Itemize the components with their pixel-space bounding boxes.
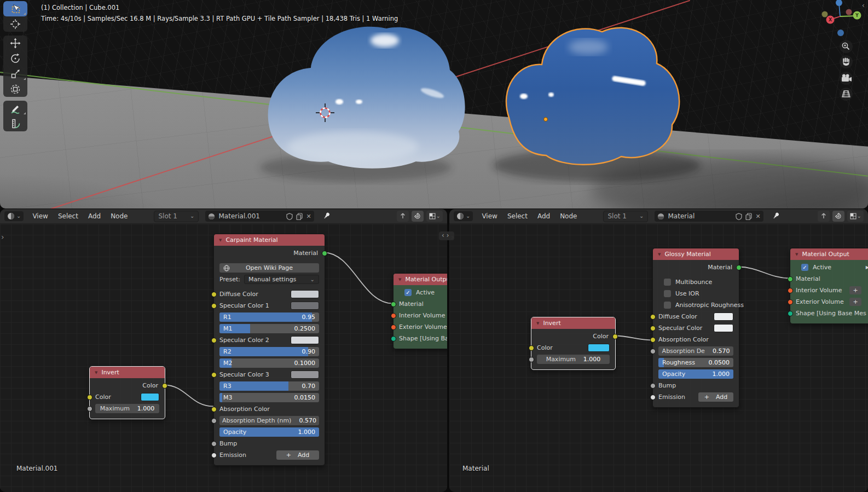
gizmo-axis-neg[interactable]	[846, 9, 852, 15]
input-socket[interactable]	[211, 372, 217, 378]
menu-node[interactable]: Node	[555, 211, 581, 221]
slot-select[interactable]: Slot 1⌄	[154, 211, 199, 222]
m1-slider[interactable]: M10.2500	[219, 324, 319, 333]
input-socket[interactable]	[211, 338, 217, 343]
node-glossy-material[interactable]: ▼ Glossy Material Material Multibounce U…	[652, 248, 739, 408]
r3-slider[interactable]: R30.70	[219, 381, 319, 391]
snapping-magnet-icon[interactable]	[412, 211, 424, 222]
add-emission-button[interactable]: +Add	[276, 450, 319, 460]
input-socket[interactable]	[650, 314, 656, 320]
node-header[interactable]: ▼ Material Output	[790, 248, 868, 260]
m2-slider[interactable]: M20.1000	[219, 358, 319, 368]
maximum-field[interactable]: Maximum1.000	[95, 404, 159, 413]
menu-select[interactable]: Select	[503, 211, 532, 221]
maximum-field[interactable]: Maximum1.000	[537, 355, 610, 364]
color-swatch[interactable]	[291, 302, 319, 310]
unlink-material-icon[interactable]: ✕	[306, 213, 311, 220]
insert-keyframe-button[interactable]	[397, 211, 409, 222]
input-socket-material[interactable]	[788, 276, 793, 282]
add-exterior-volume-button[interactable]: +	[849, 298, 861, 306]
input-socket[interactable]	[211, 303, 217, 309]
menu-node[interactable]: Node	[106, 211, 132, 221]
input-socket-bump[interactable]	[211, 441, 217, 447]
tool-transform[interactable]	[3, 82, 27, 97]
color-swatch[interactable]	[141, 393, 159, 401]
node-header[interactable]: ▼ Invert	[531, 317, 615, 329]
area-split-handle[interactable]: ‹›	[439, 231, 454, 240]
roughness-slider[interactable]: Roughness0.0500	[658, 358, 733, 367]
absorption-depth-field[interactable]: Absorption De0.570	[658, 346, 733, 356]
material-selector[interactable]: Material ✕	[655, 211, 763, 222]
multibounce-checkbox[interactable]	[664, 279, 671, 286]
snap-target-button[interactable]: ⌄	[426, 211, 443, 222]
output-socket-color[interactable]	[612, 334, 618, 339]
gizmo-z-axis[interactable]	[836, 0, 842, 6]
node-header[interactable]: ▼ Carpaint Material	[214, 234, 325, 246]
input-socket-interior-volume[interactable]	[788, 288, 793, 293]
snap-target-button[interactable]: ⌄	[847, 211, 864, 222]
material-selector[interactable]: Material.001 ✕	[205, 211, 314, 222]
output-socket-material[interactable]	[322, 251, 327, 256]
navigation-gizmo[interactable]: X Y	[814, 0, 868, 109]
node-header[interactable]: ▼ Glossy Material	[653, 248, 739, 260]
fake-user-shield-icon[interactable]	[736, 213, 742, 220]
tool-annotate[interactable]	[3, 101, 27, 116]
editor-type-button[interactable]: ⌄	[4, 211, 24, 221]
output-socket-material[interactable]	[736, 265, 742, 270]
gizmo-axis-neg[interactable]	[822, 11, 828, 18]
sidebar-collapse-arrow[interactable]: ‹	[862, 1, 865, 9]
color-swatch[interactable]	[291, 290, 319, 298]
r1-slider[interactable]: R10.95	[219, 312, 319, 322]
insert-keyframe-button[interactable]	[818, 211, 830, 222]
input-socket[interactable]	[650, 349, 656, 354]
input-socket-absorption-color[interactable]	[211, 407, 217, 412]
node-header[interactable]: ▼ Invert	[90, 367, 165, 378]
snapping-magnet-icon[interactable]	[832, 211, 844, 222]
pin-icon[interactable]	[772, 212, 780, 221]
input-socket-maximum[interactable]	[87, 406, 92, 412]
input-socket-maximum[interactable]	[529, 357, 534, 362]
color-swatch[interactable]	[588, 344, 610, 352]
input-socket-bump[interactable]	[650, 383, 656, 389]
use-ior-checkbox[interactable]	[664, 290, 671, 297]
m3-slider[interactable]: M30.0150	[219, 393, 319, 402]
color-swatch[interactable]	[291, 371, 319, 379]
opacity-slider[interactable]: Opacity1.000	[658, 369, 733, 379]
perspective-toggle-button[interactable]	[840, 88, 853, 101]
tool-select-box[interactable]	[3, 1, 27, 16]
input-socket-color[interactable]	[529, 345, 534, 351]
camera-view-button[interactable]	[840, 72, 853, 85]
color-swatch[interactable]	[714, 312, 733, 321]
material-name-field[interactable]: Material.001	[218, 212, 283, 220]
opacity-slider[interactable]: Opacity1.000	[219, 427, 319, 437]
color-swatch[interactable]	[714, 324, 733, 332]
tool-cursor[interactable]	[3, 16, 27, 32]
menu-add[interactable]: Add	[533, 211, 554, 221]
preset-select[interactable]: Manual settings⌄	[244, 275, 319, 284]
metaball-object-right-selected[interactable]	[506, 28, 679, 165]
color-swatch[interactable]	[291, 336, 319, 344]
menu-view[interactable]: View	[28, 211, 52, 221]
node-material-output[interactable]: ▼ Material Outpu ✓ Active Material Inter…	[393, 273, 447, 349]
gizmo-x-axis[interactable]: X	[826, 16, 835, 24]
expand-arrow-icon[interactable]: ▶	[866, 265, 868, 270]
node-canvas-left[interactable]: › ▼ Invert Color Color	[0, 224, 447, 492]
pin-icon[interactable]	[323, 212, 331, 221]
input-socket-emission[interactable]	[211, 453, 217, 458]
menu-add[interactable]: Add	[84, 211, 105, 221]
tool-measure[interactable]	[3, 116, 27, 131]
metaball-object-left[interactable]	[268, 27, 465, 169]
unlink-material-icon[interactable]: ✕	[755, 213, 760, 220]
input-socket[interactable]	[211, 292, 217, 297]
zoom-view-button[interactable]	[840, 40, 853, 53]
r2-slider[interactable]: R20.90	[219, 347, 319, 356]
active-checkbox[interactable]: ✓	[801, 264, 808, 271]
input-socket-shape[interactable]	[391, 336, 396, 341]
add-emission-button[interactable]: +Add	[698, 392, 733, 402]
node-carpaint-material[interactable]: ▼ Carpaint Material Material Open	[213, 234, 325, 466]
pan-view-button[interactable]	[840, 55, 853, 68]
fake-user-shield-icon[interactable]	[286, 213, 293, 220]
input-socket-absorption-color[interactable]	[650, 337, 656, 343]
tool-move[interactable]	[3, 36, 27, 51]
material-name-field[interactable]: Material	[668, 212, 732, 220]
